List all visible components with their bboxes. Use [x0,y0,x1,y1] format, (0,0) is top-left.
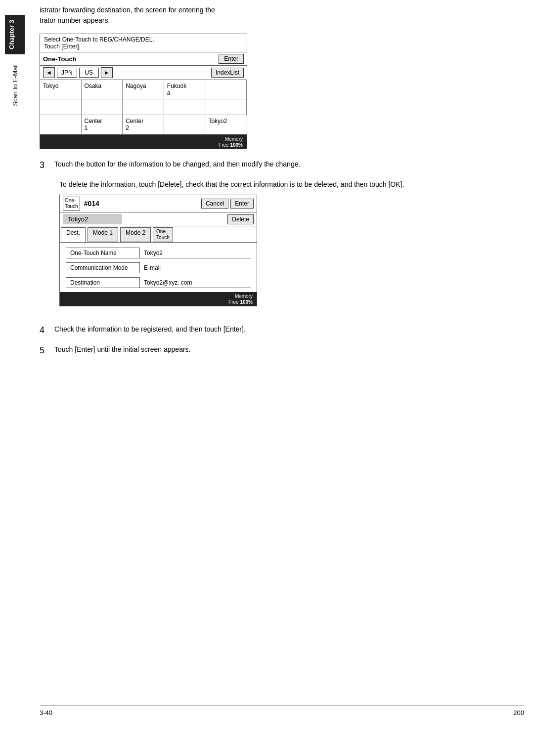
dest-cell-tokyo2[interactable]: Tokyo2 [205,115,247,134]
region1-label: JPN [57,68,77,78]
panel2-footer: MemoryFree 100% [60,292,257,306]
step5-text: Touch [Enter] until the initial screen a… [54,344,524,355]
dest-cell-empty6 [205,99,247,115]
panel1-memory-free: MemoryFree 100% [219,136,243,148]
dest-cell-empty5 [164,99,206,115]
panel1-header-text1: Select One-Touch to REG/CHANGE/DEL. [44,36,243,43]
info-row-dest: Destination Tokyo2@xyz. com [63,275,254,290]
panel2-memory-free: MemoryFree 100% [228,294,253,305]
info-value-comm: E-mail [140,263,251,273]
dest-cell-nagoya[interactable]: Nagoya [123,80,164,99]
one-touch-panel: Select One-Touch to REG/CHANGE/DEL. Touc… [40,34,247,149]
delete-button[interactable]: Delete [227,214,254,224]
index-list-button[interactable]: IndexList [211,68,244,78]
panel2-enter-button[interactable]: Enter [230,199,254,209]
one-touch-detail-panel: One-Touch #014 Cancel Enter Tokyo2 Delet… [59,195,257,306]
info-label-comm: Communication Mode [66,262,140,273]
one-touch-small-label: One-Touch [63,197,80,210]
step4-text: Check the information to be registered, … [54,324,524,335]
page-footer: 3-40 200 [40,706,524,716]
panel1-header-text2: Touch [Enter]. [44,43,243,50]
info-row-comm: Communication Mode E-mail [63,260,254,275]
region2-label: US [79,68,99,78]
dest-cell-tokyo[interactable]: Tokyo [40,80,82,99]
cancel-button[interactable]: Cancel [201,199,228,209]
panel1-footer: MemoryFree 100% [40,135,247,149]
step3-number: 3 [40,159,49,171]
page-number-left: 3-40 [40,709,52,716]
panel1-nav-row: ◄ JPN US ► IndexList [40,66,247,80]
panel2-header-left: One-Touch #014 [63,197,99,210]
tab-dest[interactable]: Dest. [61,227,86,242]
step4-container: 4 Check the information to be registered… [40,324,524,336]
panel1-title-row: One-Touch Enter [40,52,247,66]
panel1-title: One-Touch [43,55,77,63]
dest-cell-center1[interactable]: Center1 [82,115,123,134]
dest-cell-empty2 [40,99,82,115]
step4-number: 4 [40,324,49,336]
info-row-name: One-Touch Name Tokyo2 [63,246,254,260]
step3-container: 3 Touch the button for the information t… [40,159,524,171]
sidebar: Chapter 3 Scan to E-Mail [0,0,30,296]
destinations-grid: Tokyo Osaka Nagoya Fukuoka Center1 Cente… [40,80,247,135]
dest-cell-empty3 [82,99,123,115]
panel1-header: Select One-Touch to REG/CHANGE/DEL. Touc… [40,34,247,52]
info-value-dest: Tokyo2@xyz. com [140,278,251,288]
intro-line2: trator number appears. [40,16,110,24]
dest-cell-osaka[interactable]: Osaka [82,80,123,99]
panel1-enter-button[interactable]: Enter [219,54,244,64]
tab-one-touch[interactable]: One-Touch [153,227,173,242]
intro-paragraph: istrator forwarding destination, the scr… [40,5,524,26]
step3-text: Touch the button for the information to … [54,159,524,169]
intro-line1: istrator forwarding destination, the scr… [40,6,215,14]
dest-cell-center2[interactable]: Center2 [123,115,164,134]
step5-container: 5 Touch [Enter] until the initial screen… [40,344,524,357]
dest-cell-empty4 [123,99,164,115]
dest-cell-empty1 [205,80,247,99]
main-content: istrator forwarding destination, the scr… [40,5,534,357]
chapter-label: Chapter 3 [5,15,25,54]
tab-mode2[interactable]: Mode 2 [120,227,151,242]
panel2-tabs: Dest. Mode 1 Mode 2 One-Touch [60,226,257,243]
dest-cell-empty8 [164,115,206,134]
info-section: One-Touch Name Tokyo2 Communication Mode… [60,243,257,292]
tab-mode1[interactable]: Mode 1 [88,227,118,242]
back-arrow-button[interactable]: ◄ [43,67,55,78]
scan-label: Scan to E-Mail [11,64,19,106]
forward-arrow-button[interactable]: ► [101,67,113,78]
panel2-header: One-Touch #014 Cancel Enter [60,195,257,212]
info-label-dest: Destination [66,277,140,288]
dest-cell-fukuoka[interactable]: Fukuoka [164,80,206,99]
info-label-name: One-Touch Name [66,248,140,258]
info-value-name: Tokyo2 [140,248,251,258]
step5-number: 5 [40,344,49,357]
panel2-name-display: Tokyo2 [63,214,122,224]
step3-subtext: To delete the information, touch [Delete… [59,179,524,190]
dest-cell-empty7 [40,115,82,134]
page-number-right: 200 [513,709,524,716]
panel2-number: #014 [84,200,99,208]
panel2-name-row: Tokyo2 Delete [60,212,257,226]
